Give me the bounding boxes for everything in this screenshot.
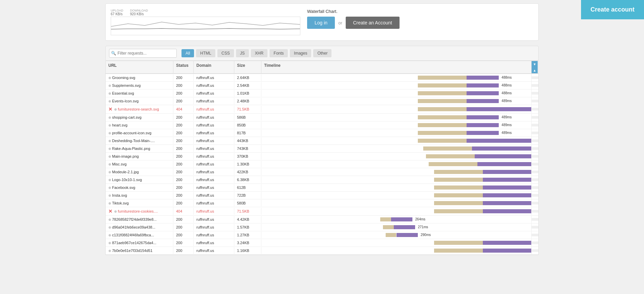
url-text[interactable]: d96a041feb6ece09a438... [112,225,155,229]
url-text[interactable]: heart.svg [112,123,127,127]
table-row[interactable]: ⊕Deshedding-Tool-Main-....200ruffnruff.u… [106,137,538,145]
expand-icon[interactable]: ⊕ [108,226,111,229]
table-row[interactable]: ⊕heart.svg200ruffnruff.us850B489ms [106,121,538,129]
filter-btn-html[interactable]: HTML [196,49,215,57]
recv-bar [472,146,532,151]
url-text[interactable]: Supplements.svg [112,83,141,87]
expand-icon[interactable]: ⊕ [108,147,111,151]
url-text[interactable]: profile-account-icon.svg [112,131,151,135]
table-row[interactable]: ⊕Misc.svg200ruffnruff.us1.30KB884ms [106,160,538,168]
expand-icon[interactable]: ⊕ [108,139,111,143]
url-text[interactable]: 871aeb967ce142675da4... [112,241,156,245]
filter-btn-images[interactable]: Images [290,49,311,57]
scroll-up[interactable]: ▲ [532,67,538,73]
table-row[interactable]: ⊕profile-account-icon.svg200ruffnruff.us… [106,129,538,137]
url-text[interactable]: furniturestore-search.svg [118,107,159,111]
filter-btn-js[interactable]: JS [236,49,249,57]
expand-icon[interactable]: ⊕ [108,76,111,80]
url-text[interactable]: Events-Icon.svg [112,99,138,103]
url-text[interactable]: Modeule-2.1.jpg [112,170,139,174]
expand-icon[interactable]: ⊕ [108,233,111,237]
header-timeline: Timeline [261,61,532,73]
timeline-cell: 948ms [261,247,532,254]
url-text[interactable]: Insta.svg [112,193,127,197]
timeline-cell: 488ms [261,82,532,89]
expand-icon[interactable]: ⊕ [108,123,111,127]
url-text[interactable]: Tiktok.svg [112,201,129,205]
expand-icon[interactable]: ⊕ [108,186,111,190]
status-cell: 200 [173,122,194,129]
expand-icon[interactable]: ⊕ [108,155,111,158]
url-text[interactable]: Deshedding-Tool-Main-.... [112,139,155,143]
table-row[interactable]: ⊕7b0e0e61e7f33d154d51200ruffnruff.us1.16… [106,247,538,255]
url-text[interactable]: Facebook.svg [112,185,135,190]
log-in-button[interactable]: Log in [307,17,335,29]
table-row[interactable]: ⊕Rake-Aqua-Plastic.png200ruffnruff.us743… [106,145,538,153]
filter-input[interactable] [109,49,177,58]
recv-bar [467,131,499,135]
download-label: DOWNLOAD [130,9,148,12]
table-row[interactable]: ⊕782685827f24de6f339e8...200ruffnruff.us… [106,216,538,223]
url-text[interactable]: Main-image.png [112,154,139,158]
url-text[interactable]: Rake-Aqua-Plastic.png [112,146,150,151]
table-row[interactable]: ⊕c131f08824f46fa69fbca...200ruffnruff.us… [106,231,538,239]
url-text[interactable]: c131f08824f46fa69fbca... [112,233,154,237]
expand-icon[interactable]: ⊕ [108,162,111,166]
expand-icon[interactable]: ⊕ [108,249,111,253]
table-row[interactable]: ⊕Facebook.svg200ruffnruff.us612B948ms [106,184,538,192]
table-row[interactable]: ⊕Logo-10x10-1.svg200ruffnruff.us6.38KB94… [106,176,538,184]
table-row[interactable]: ⊕871aeb967ce142675da4...200ruffnruff.us3… [106,239,538,247]
expand-icon[interactable]: ⊕ [108,131,111,135]
table-row[interactable]: ⊕Tiktok.svg200ruffnruff.us580B949ms [106,199,538,207]
expand-icon[interactable]: ⊕ [108,99,111,103]
url-text[interactable]: 782685827f24de6f339e8... [112,217,157,221]
filter-btn-fonts[interactable]: Fonts [270,49,288,57]
url-text[interactable]: 7b0e0e61e7f33d154d51 [112,249,152,253]
create-account-top-button[interactable]: Create account [581,0,644,19]
filter-btn-other[interactable]: Other [313,49,331,57]
url-text[interactable]: Misc.svg [112,162,127,166]
expand-icon[interactable]: ⊕ [108,218,111,221]
timeline-cell: 949ms [261,192,532,199]
recv-bar [475,154,532,158]
filter-btn-css[interactable]: CSS [217,49,234,57]
expand-icon[interactable]: ⊕ [108,84,111,87]
url-cell: ⊕heart.svg [106,122,173,129]
url-text[interactable]: Grooming.svg [112,76,135,80]
expand-icon[interactable]: ⊕ [108,201,111,205]
url-text[interactable]: Essential.svg [112,91,134,95]
table-row[interactable]: ⊕Supplements.svg200ruffnruff.us2.54KB488… [106,82,538,90]
table-row[interactable]: ⊕Insta.svg200ruffnruff.us722B949ms [106,192,538,199]
domain-cell: ruffnruff.us [194,106,234,113]
url-text[interactable]: Logo-10x10-1.svg [112,178,142,182]
table-row[interactable]: ⊕Grooming.svg200ruffnruff.us2.64KB488ms [106,74,538,82]
table-row[interactable]: ⊕d96a041feb6ece09a438...200ruffnruff.us1… [106,223,538,231]
expand-icon[interactable]: ⊕ [108,92,111,95]
table-row[interactable]: ⊕shopping-cart.svg200ruffnruff.us586B489… [106,114,538,121]
expand-icon[interactable]: ⊕ [108,194,111,197]
expand-icon[interactable]: ⊕ [114,107,117,111]
table-row[interactable]: ✕⊕furniturestore-search.svg404ruffnruff.… [106,105,538,114]
filter-btn-all[interactable]: All [181,49,194,57]
table-row[interactable]: ⊕Essential.svg200ruffnruff.us1.01KB488ms [106,90,538,97]
url-text[interactable]: shopping-cart.svg [112,115,142,119]
wait-bar [418,139,466,143]
table-row[interactable]: ⊕Events-Icon.svg200ruffnruff.us2.48KB489… [106,97,538,105]
url-text[interactable]: furniturestore-cookies.... [118,209,158,213]
wait-bar [418,76,466,80]
expand-icon[interactable]: ⊕ [108,116,111,119]
table-row[interactable]: ✕⊕furniturestore-cookies....404ruffnruff… [106,207,538,216]
create-account-button[interactable]: Create an Account [346,17,400,29]
expand-icon[interactable]: ⊕ [114,210,117,213]
expand-icon[interactable]: ⊕ [108,170,111,174]
expand-icon[interactable]: ⊕ [108,178,111,182]
expand-icon[interactable]: ⊕ [108,241,111,245]
dropdown-arrow[interactable]: ▼ [532,61,538,67]
wait-bar [418,91,466,95]
domain-cell: ruffnruff.us [194,161,234,168]
table-row[interactable]: ⊕Main-image.png200ruffnruff.us370KB831ms [106,153,538,160]
filter-btn-xhr[interactable]: XHR [251,49,267,57]
recv-bar [483,209,532,213]
scroll-col [532,163,538,165]
table-row[interactable]: ⊕Modeule-2.1.jpg200ruffnruff.us422KB976m… [106,168,538,176]
